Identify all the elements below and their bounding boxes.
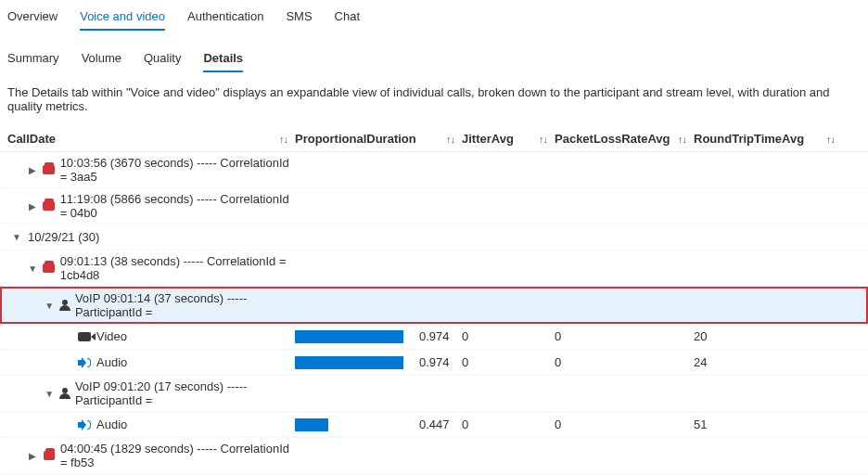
chevron-down-icon[interactable]: ▼ <box>28 263 37 274</box>
row-label: Video <box>96 329 127 343</box>
phone-icon <box>44 451 55 460</box>
jitter-value: 0 <box>462 417 468 431</box>
sort-icon[interactable]: ↑↓ <box>539 134 547 145</box>
table-row[interactable]: Audio0.4470051 <box>0 412 868 438</box>
col-calldate-label[interactable]: CallDate <box>7 132 56 146</box>
audio-icon <box>78 419 91 430</box>
row-label: Audio <box>96 417 127 431</box>
table-body: ▶10:03:56 (3670 seconds) ----- Correlati… <box>0 152 868 475</box>
subtab-volume[interactable]: Volume <box>82 47 121 72</box>
primary-tab-bar: Overview Voice and video Authentication … <box>0 0 868 31</box>
col-packet-label[interactable]: PacketLossRateAvg <box>555 132 670 146</box>
sort-icon[interactable]: ↑↓ <box>446 134 454 145</box>
table-row[interactable]: ▼VoIP 09:01:20 (17 seconds) ----- Partic… <box>0 376 868 412</box>
propdur-value: 0.447 <box>419 417 450 431</box>
sort-icon[interactable]: ↑↓ <box>826 134 835 145</box>
description-text: The Details tab within "Voice and video"… <box>0 72 868 126</box>
duration-bar <box>295 418 406 431</box>
col-jitter-label[interactable]: JitterAvg <box>462 132 514 146</box>
chevron-down-icon[interactable]: ▼ <box>45 301 54 311</box>
packet-value: 0 <box>555 355 561 369</box>
row-label: VoIP 09:01:14 (37 seconds) ----- Partici… <box>75 291 295 319</box>
row-label: 10/29/21 (30) <box>28 230 99 244</box>
row-label: 04:00:45 (1829 seconds) ----- Correlatio… <box>60 442 295 469</box>
table-row[interactable]: ▼10/29/21 (30) <box>0 225 868 250</box>
chevron-right-icon[interactable]: ▶ <box>28 451 38 461</box>
jitter-value: 0 <box>462 329 468 343</box>
col-propdur-label[interactable]: ProportionalDuration <box>295 132 416 146</box>
roundtrip-value: 51 <box>694 417 707 431</box>
person-icon <box>59 388 69 399</box>
subtab-details[interactable]: Details <box>203 47 243 72</box>
tab-sms[interactable]: SMS <box>286 6 312 31</box>
roundtrip-value: 24 <box>694 355 707 369</box>
roundtrip-value: 20 <box>694 329 707 343</box>
propdur-value: 0.974 <box>419 329 450 343</box>
tab-voice-and-video[interactable]: Voice and video <box>80 6 165 31</box>
tab-authentication[interactable]: Authentication <box>187 6 263 31</box>
duration-bar <box>295 356 406 369</box>
audio-icon <box>78 357 91 368</box>
col-roundtrip-label[interactable]: RoundTripTimeAvg <box>694 132 804 146</box>
phone-icon <box>43 263 54 273</box>
table-row[interactable]: Video0.9740020 <box>0 324 868 350</box>
duration-bar <box>295 330 406 343</box>
phone-icon <box>43 165 54 174</box>
tab-chat[interactable]: Chat <box>335 6 360 31</box>
table-row[interactable]: ▼09:01:13 (38 seconds) ----- Correlation… <box>0 250 868 287</box>
table-header: CallDate ↑↓ ProportionalDuration ↑↓ Jitt… <box>0 126 868 152</box>
phone-icon <box>43 201 54 211</box>
sort-icon[interactable]: ↑↓ <box>678 134 686 145</box>
subtab-quality[interactable]: Quality <box>144 47 181 72</box>
packet-value: 0 <box>555 329 561 343</box>
propdur-value: 0.974 <box>419 355 450 369</box>
chevron-right-icon[interactable]: ▶ <box>28 201 37 212</box>
row-label: Audio <box>96 355 127 369</box>
row-label: VoIP 09:01:20 (17 seconds) ----- Partici… <box>75 379 295 407</box>
chevron-right-icon[interactable]: ▶ <box>28 165 37 175</box>
chevron-down-icon[interactable]: ▼ <box>11 232 22 242</box>
subtab-summary[interactable]: Summary <box>7 47 59 72</box>
chevron-down-icon[interactable]: ▼ <box>45 389 54 399</box>
row-label: 09:01:13 (38 seconds) ----- CorrelationI… <box>60 254 295 282</box>
row-label: 10:03:56 (3670 seconds) ----- Correlatio… <box>60 156 295 184</box>
tab-overview[interactable]: Overview <box>7 6 57 31</box>
secondary-tab-bar: Summary Volume Quality Details <box>0 42 868 72</box>
row-label: 11:19:08 (5866 seconds) ----- Correlatio… <box>60 192 295 220</box>
table-row[interactable]: ▶04:00:45 (1829 seconds) ----- Correlati… <box>0 438 868 474</box>
table-row[interactable]: ▶10:03:56 (3670 seconds) ----- Correlati… <box>0 152 868 188</box>
packet-value: 0 <box>555 417 561 431</box>
table-row[interactable]: Audio0.9740024 <box>0 350 868 376</box>
jitter-value: 0 <box>462 355 468 369</box>
table-row[interactable]: ▶11:19:08 (5866 seconds) ----- Correlati… <box>0 188 868 225</box>
person-icon <box>59 300 69 311</box>
table-row[interactable]: ▼VoIP 09:01:14 (37 seconds) ----- Partic… <box>0 287 868 324</box>
sort-icon[interactable]: ↑↓ <box>279 134 287 145</box>
video-icon <box>78 332 91 341</box>
